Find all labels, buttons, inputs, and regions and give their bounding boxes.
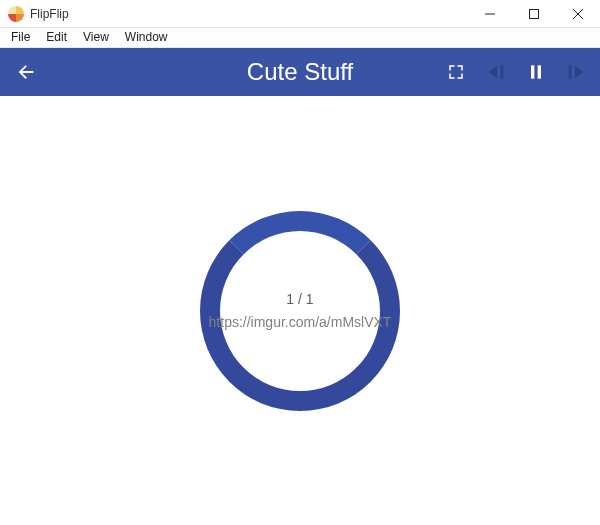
titlebar: FlipFlip xyxy=(0,0,600,28)
pause-icon xyxy=(526,62,546,82)
fullscreen-button[interactable] xyxy=(442,58,470,86)
app-icon xyxy=(8,6,24,22)
maximize-icon xyxy=(529,9,539,19)
svg-rect-5 xyxy=(538,65,541,78)
close-button[interactable] xyxy=(556,0,600,28)
arrow-left-solid-icon xyxy=(485,61,507,83)
content-area: 1 / 1 https://imgur.com/a/mMslVXT xyxy=(0,96,600,525)
svg-rect-1 xyxy=(530,9,539,18)
progress-counter: 1 / 1 xyxy=(209,289,392,309)
arrow-left-icon xyxy=(15,61,37,83)
back-button[interactable] xyxy=(10,56,42,88)
minimize-icon xyxy=(485,9,495,19)
window-title: FlipFlip xyxy=(30,7,69,21)
maximize-button[interactable] xyxy=(512,0,556,28)
close-icon xyxy=(573,9,583,19)
fullscreen-icon xyxy=(447,63,465,81)
header-controls xyxy=(442,58,590,86)
app-header: Cute Stuff xyxy=(0,48,600,96)
menu-edit[interactable]: Edit xyxy=(39,28,74,47)
menu-window[interactable]: Window xyxy=(118,28,175,47)
loading-indicator: 1 / 1 https://imgur.com/a/mMslVXT xyxy=(190,201,410,421)
menu-view[interactable]: View xyxy=(76,28,116,47)
previous-button[interactable] xyxy=(482,58,510,86)
minimize-button[interactable] xyxy=(468,0,512,28)
pause-button[interactable] xyxy=(522,58,550,86)
menubar: File Edit View Window xyxy=(0,28,600,48)
svg-rect-4 xyxy=(531,65,534,78)
menu-file[interactable]: File xyxy=(4,28,37,47)
loading-text: 1 / 1 https://imgur.com/a/mMslVXT xyxy=(209,289,392,332)
arrow-right-solid-icon xyxy=(565,61,587,83)
source-url: https://imgur.com/a/mMslVXT xyxy=(209,312,392,332)
next-button[interactable] xyxy=(562,58,590,86)
